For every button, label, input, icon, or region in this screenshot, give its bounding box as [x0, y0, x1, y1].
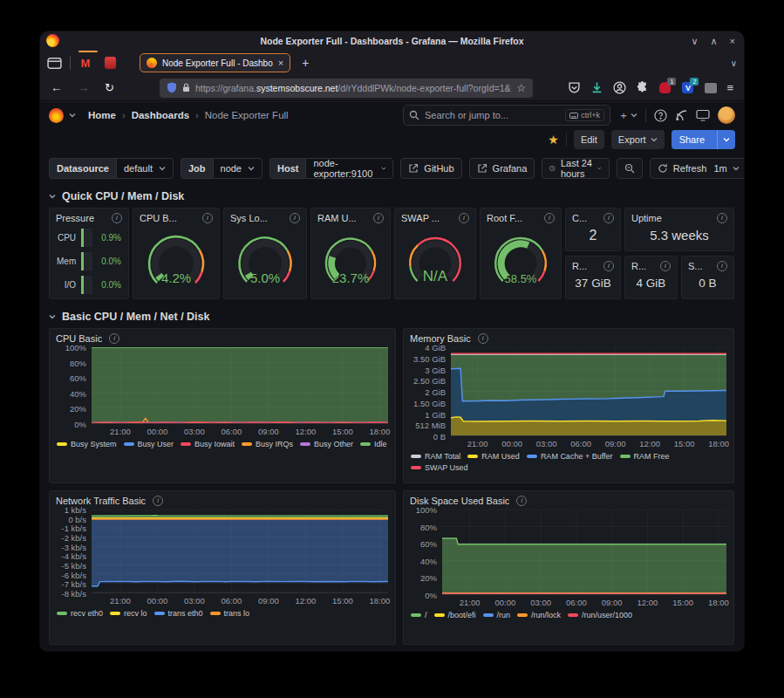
share-button[interactable]: Share	[672, 130, 735, 149]
window-close-button[interactable]: ×	[730, 36, 735, 46]
plot-area[interactable]	[451, 347, 726, 436]
info-icon[interactable]: i	[603, 213, 614, 223]
panel-title[interactable]: RAM U...	[317, 213, 357, 223]
user-avatar[interactable]	[718, 106, 735, 124]
plot-area[interactable]	[92, 510, 388, 593]
chevron-down-icon[interactable]	[69, 112, 76, 119]
legend-item[interactable]: RAM Free	[620, 452, 670, 461]
legend-item[interactable]: RAM Used	[467, 452, 520, 461]
active-tab[interactable]: Node Exporter Full - Dashbo ×	[140, 53, 290, 72]
plot-area[interactable]	[442, 510, 726, 595]
url-bar[interactable]: https://grafana.systemsobscure.net/d/rYd…	[160, 79, 533, 98]
panel-title[interactable]: R...	[572, 261, 587, 271]
tab-close-button[interactable]: ×	[278, 58, 283, 68]
refresh-button[interactable]: Refresh 1m	[650, 158, 744, 179]
panel-title[interactable]: Sys Lo...	[230, 213, 268, 223]
help-icon[interactable]	[654, 109, 667, 122]
section-quick-cpu-mem-disk[interactable]: Quick CPU / Mem / Disk	[49, 190, 735, 202]
info-icon[interactable]: i	[603, 261, 614, 271]
window-minimize-button[interactable]: ∨	[691, 36, 698, 47]
info-icon[interactable]: i	[478, 333, 488, 344]
pinned-tab-gmail[interactable]: M	[78, 56, 92, 70]
plot-area[interactable]	[92, 347, 388, 424]
info-icon[interactable]: i	[717, 261, 727, 271]
job-variable[interactable]: Job node	[181, 158, 262, 179]
legend-item[interactable]: Busy Other	[300, 440, 353, 448]
info-icon[interactable]: i	[153, 496, 163, 506]
legend-item[interactable]: Busy Iowait	[181, 440, 235, 448]
window-titlebar[interactable]: Node Exporter Full - Dashboards - Grafan…	[40, 31, 744, 51]
news-rss-icon[interactable]	[675, 109, 688, 122]
search-input[interactable]: Search or jump to... ctrl+k	[403, 105, 610, 126]
info-icon[interactable]: i	[202, 213, 213, 223]
account-icon[interactable]	[613, 81, 626, 94]
ext-blue-icon[interactable]: V 2	[681, 81, 694, 94]
legend-item[interactable]: Busy User	[124, 440, 174, 448]
url-text[interactable]: https://grafana.systemsobscure.net/d/rYd…	[195, 83, 511, 93]
legend-item[interactable]: trans eth0	[154, 609, 203, 618]
info-icon[interactable]: i	[459, 213, 469, 223]
info-icon[interactable]: i	[290, 213, 300, 223]
forward-button[interactable]: →	[78, 81, 89, 94]
grafana-link-button[interactable]: Grafana	[469, 158, 535, 179]
legend-item[interactable]: /run/lock	[517, 611, 561, 619]
legend-item[interactable]: Idle	[360, 440, 387, 448]
section-basic-cpu-mem-net-disk[interactable]: Basic CPU / Mem / Net / Disk	[49, 311, 735, 323]
datasource-variable[interactable]: Datasource default	[49, 158, 174, 179]
legend-item[interactable]: Busy IRQs	[242, 440, 293, 448]
info-icon[interactable]: i	[109, 333, 119, 344]
legend-item[interactable]: Busy System	[57, 440, 117, 448]
tracking-shield-icon[interactable]	[167, 82, 177, 93]
panel-title[interactable]: SWAP ...	[401, 213, 440, 223]
panel-title[interactable]: Uptime	[631, 213, 662, 223]
containers-icon[interactable]	[704, 81, 717, 94]
info-icon[interactable]: i	[516, 496, 527, 506]
legend-item[interactable]: SWAP Used	[411, 463, 468, 472]
time-range-picker[interactable]: Last 24 hours	[542, 158, 610, 179]
info-icon[interactable]: i	[544, 213, 555, 223]
grafana-logo-icon[interactable]	[49, 108, 64, 123]
panel-title[interactable]: CPU B...	[140, 213, 177, 223]
window-maximize-button[interactable]: ∧	[711, 36, 718, 47]
breadcrumb-home[interactable]: Home	[88, 110, 116, 120]
menu-icon[interactable]: ≡	[726, 81, 733, 94]
legend-item[interactable]: /	[411, 611, 427, 619]
legend-item[interactable]: recv eth0	[57, 609, 103, 618]
legend-item[interactable]: RAM Cache + Buffer	[527, 452, 613, 461]
host-variable[interactable]: Host node-exporter:9100	[269, 158, 393, 179]
firefox-view-icon[interactable]	[47, 57, 62, 70]
legend-item[interactable]: trans lo	[210, 609, 250, 618]
legend-item[interactable]: /run/user/1000	[568, 611, 632, 619]
tv-kiosk-icon[interactable]	[696, 109, 710, 121]
pocket-icon[interactable]	[568, 81, 581, 94]
legend-item[interactable]: /run	[483, 611, 511, 619]
breadcrumb-dashboards[interactable]: Dashboards	[132, 110, 189, 120]
ext-red-icon[interactable]: 1	[658, 81, 672, 94]
panel-title[interactable]: Root F...	[487, 213, 522, 223]
info-icon[interactable]: i	[717, 213, 727, 223]
favorite-star-icon[interactable]: ★	[548, 133, 559, 147]
pinned-tab-red-app[interactable]	[103, 56, 117, 70]
back-button[interactable]: ←	[51, 81, 62, 94]
info-icon[interactable]: i	[660, 261, 671, 271]
add-button[interactable]: ＋	[618, 108, 637, 123]
reload-button[interactable]: ↻	[105, 81, 114, 94]
github-link-button[interactable]: GitHub	[400, 158, 461, 179]
legend-item[interactable]: /boot/efi	[434, 611, 476, 619]
export-button[interactable]: Export	[611, 130, 665, 149]
panel-title[interactable]: C...	[572, 213, 587, 223]
panel-title[interactable]: S...	[688, 261, 703, 271]
legend-item[interactable]: RAM Total	[411, 452, 460, 461]
zoom-out-button[interactable]	[617, 158, 643, 179]
download-icon[interactable]	[590, 81, 603, 94]
tab-overflow-chevron-icon[interactable]: ∨	[731, 58, 737, 68]
panel-title[interactable]: Pressure	[56, 213, 94, 223]
share-dropdown-button[interactable]	[717, 130, 735, 149]
info-icon[interactable]: i	[373, 213, 384, 223]
info-icon[interactable]: i	[112, 213, 122, 223]
bookmark-star-icon[interactable]: ☆	[516, 82, 526, 94]
edit-button[interactable]: Edit	[574, 130, 604, 149]
extensions-puzzle-icon[interactable]	[636, 81, 649, 94]
legend-item[interactable]: recv lo	[110, 609, 147, 618]
panel-title[interactable]: R...	[631, 261, 646, 271]
